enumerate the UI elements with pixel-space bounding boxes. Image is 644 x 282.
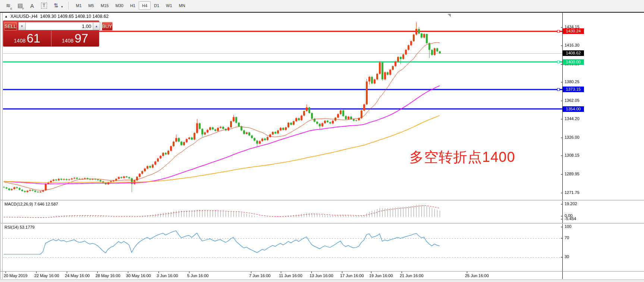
sell-price-big: 61 xyxy=(26,31,40,46)
date-label: 13 Jun 16:00 xyxy=(310,273,333,278)
rsi-tick-label: 30 xyxy=(565,254,569,259)
bottom-strip xyxy=(0,279,644,282)
macd-values: 7.646 12.587 xyxy=(34,202,58,206)
timeframe-button-m15[interactable]: M15 xyxy=(97,1,112,10)
buy-price-main: 1408 xyxy=(62,38,73,44)
rsi-label: RSI(14) 53.1779 xyxy=(4,225,35,229)
window-frame-line xyxy=(0,12,1,279)
panel-separator xyxy=(0,271,644,272)
price-tick-label: 1308.15 xyxy=(565,153,579,157)
window-border xyxy=(0,12,644,13)
volume-input[interactable] xyxy=(26,22,93,30)
price-tick-label: 1271.75 xyxy=(565,190,579,195)
price-badge: 1373.15 xyxy=(563,87,584,92)
symbol-title: XAUUSD-,H4 xyxy=(10,14,38,19)
pattern-e-icon[interactable]: ≋E xyxy=(3,1,13,10)
date-label: 5 Jun 16:00 xyxy=(187,273,209,278)
date-label: 30 May 16:00 xyxy=(126,273,151,278)
text-a-icon[interactable]: A xyxy=(27,1,37,10)
sell-button[interactable]: SELL xyxy=(4,22,17,31)
chart-annotation-text: 多空转折点1400 xyxy=(409,148,515,167)
one-click-trading-panel: SELL ▼ ▲ BUY 1408 61 1408 97 xyxy=(3,21,99,47)
rsi-value: 53.1779 xyxy=(20,225,35,229)
timeframe-button-m5[interactable]: M5 xyxy=(85,1,97,10)
price-badge: 1354.00 xyxy=(563,106,584,112)
buy-price[interactable]: 1408 97 xyxy=(51,31,99,46)
rsi-tick-label: 100 xyxy=(565,224,571,229)
date-label: 22 May 16:00 xyxy=(34,273,59,278)
macd-tick-label: -5.454 xyxy=(565,216,576,221)
expand-arrow-icon: ▲ xyxy=(4,15,8,18)
date-label: 3 Jun 16:00 xyxy=(157,273,178,278)
timeframe-button-h4[interactable]: H4 xyxy=(139,1,151,10)
buy-price-big: 97 xyxy=(75,31,88,46)
price-tick-label: 1326.00 xyxy=(565,135,579,140)
toolbar: ≋E▤FAT⇅▾ M1M5M15M30H1H4D1W1MN xyxy=(0,0,644,12)
date-label: 21 Jun 16:00 xyxy=(400,273,424,278)
price-badge: 1408.62 xyxy=(563,50,584,56)
timeframe-button-mn[interactable]: MN xyxy=(176,1,189,10)
panel-separator-highlight xyxy=(0,200,644,201)
macd-label: MACD(12,26,9) 7.646 12.587 xyxy=(4,202,58,206)
timeframe-button-m1[interactable]: M1 xyxy=(73,1,85,10)
drawing-tools-group: ≋E▤FAT⇅▾ xyxy=(3,1,64,10)
rsi-tick-label: 70 xyxy=(565,235,569,240)
panel-separator-highlight xyxy=(0,223,644,224)
timeframe-button-h1[interactable]: H1 xyxy=(127,1,139,10)
date-label: 28 May 16:00 xyxy=(95,273,120,278)
date-label: 25 Jun 16:00 xyxy=(465,273,489,278)
date-label: 24 May 16:00 xyxy=(65,273,90,278)
toolbar-separator xyxy=(68,2,69,9)
macd-tick-label: 19.202 xyxy=(565,201,577,206)
date-label: 19 Jun 16:00 xyxy=(369,273,393,278)
date-label: 17 Jun 16:00 xyxy=(340,273,364,278)
price-badge: 1400.00 xyxy=(563,59,584,65)
rsi-name: RSI(14) xyxy=(4,225,19,229)
macd-name: MACD(12,26,9) xyxy=(4,202,33,206)
price-tick-label: 1344.20 xyxy=(565,116,579,121)
volume-stepper: ▼ ▲ xyxy=(18,22,100,30)
sell-price-main: 1408 xyxy=(14,38,25,44)
price-tick-label: 1289.95 xyxy=(565,172,579,176)
date-label: 20 May 2019 xyxy=(4,273,28,278)
price-tick-label: 1362.05 xyxy=(565,98,579,103)
timeframe-button-w1[interactable]: W1 xyxy=(163,1,176,10)
price-tick-label: 1380.25 xyxy=(565,79,579,84)
date-label: 11 Jun 16:00 xyxy=(279,273,302,278)
ohlc-values: 1409.30 1409.65 1408.10 1408.62 xyxy=(40,14,109,19)
scroll-marker-icon xyxy=(447,14,451,17)
buy-button[interactable]: BUY xyxy=(102,22,113,31)
timeframe-button-m30[interactable]: M30 xyxy=(112,1,127,10)
date-label: 7 Jun 16:00 xyxy=(249,273,271,278)
price-tick-label: 1416.30 xyxy=(565,43,579,47)
volume-increase-button[interactable]: ▲ xyxy=(93,22,100,30)
dropdown-caret-icon[interactable]: ▾ xyxy=(61,5,63,9)
price-badge: 1430.24 xyxy=(563,28,584,34)
arrows-icon[interactable]: ⇅ xyxy=(51,1,61,10)
window-frame-line xyxy=(2,12,3,279)
sell-price[interactable]: 1408 61 xyxy=(3,31,51,46)
grid-f-icon[interactable]: ▤F xyxy=(15,1,25,10)
text-box-icon[interactable]: T xyxy=(39,1,49,10)
volume-decrease-button[interactable]: ▼ xyxy=(18,22,26,30)
chart-title: ▲ XAUUSD-,H4 1409.30 1409.65 1408.10 140… xyxy=(4,14,109,19)
timeframe-button-d1[interactable]: D1 xyxy=(151,1,163,10)
timeframe-group: M1M5M15M30H1H4D1W1MN xyxy=(73,1,189,10)
